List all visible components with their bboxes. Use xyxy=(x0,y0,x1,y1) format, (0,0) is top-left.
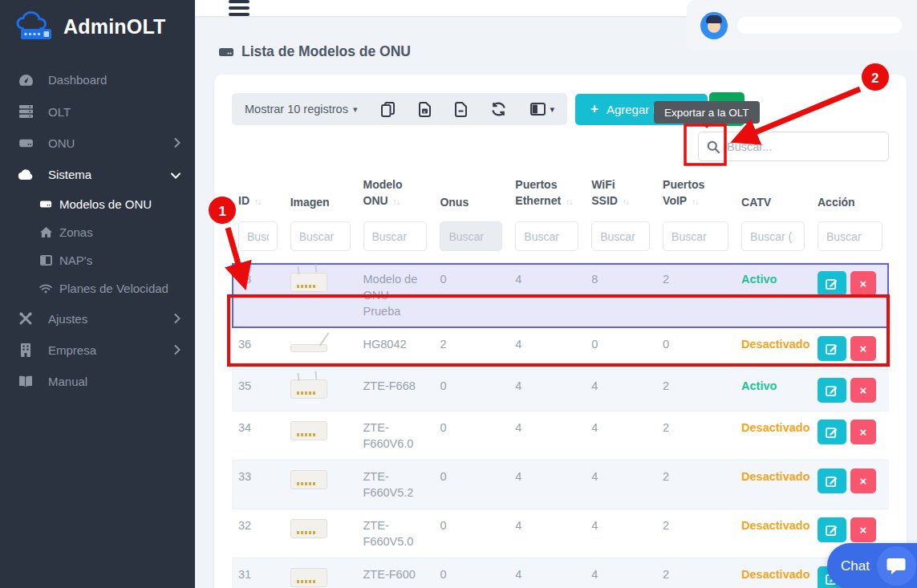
onu-thumbnail-image xyxy=(290,568,327,587)
filter-input-catv[interactable] xyxy=(741,221,805,251)
cloud-icon xyxy=(16,169,35,180)
column-header-puertos-voip[interactable]: Puertos VoIP↑↓ xyxy=(656,173,735,218)
sidebar-item-sistema[interactable]: Sistema xyxy=(0,159,195,190)
cell-catv-status: Activo xyxy=(735,370,811,412)
page-title-text: Lista de Modelos de ONU xyxy=(241,43,411,60)
home-icon xyxy=(39,227,53,238)
sort-icon[interactable]: ↑↓ xyxy=(393,197,400,206)
models-table-wrap: ID↑↓ Imagen Modelo ONU↑↓ Onus Puertos Et… xyxy=(232,173,889,588)
delete-button[interactable]: × xyxy=(850,517,876,542)
length-menu-dropdown[interactable]: Mostrar 10 registros▾ xyxy=(245,103,357,116)
cell-imagen xyxy=(284,558,357,588)
hamburger-menu-icon[interactable] xyxy=(229,0,250,16)
table-row[interactable]: 33 ZTE-F660V5.2 0 4 4 2 Desactivado xyxy=(232,460,889,509)
file-export-button[interactable] xyxy=(455,102,467,117)
sidebar-item-empresa[interactable]: Empresa xyxy=(0,335,195,366)
table-row[interactable]: 31 ZTE-F600 0 4 4 2 Desactivado xyxy=(232,558,889,588)
sidebar-nav: Dashboard OLT ONU xyxy=(0,64,195,397)
cell-modelo: ZTE-F660V5.2 xyxy=(357,460,434,509)
sidebar-item-manual[interactable]: Manual xyxy=(0,366,195,397)
table-row[interactable]: 38 Modelo de ONU Prueba 0 4 8 2 Activo xyxy=(232,263,889,328)
filter-input-id[interactable] xyxy=(238,221,278,251)
edit-button[interactable] xyxy=(818,468,846,493)
table-row[interactable]: 32 ZTE-F660V5.0 0 4 4 2 Desactivado xyxy=(232,509,889,558)
column-header-onus: Onus xyxy=(433,173,509,218)
cell-ethernet: 4 xyxy=(509,370,585,412)
table-row[interactable]: 36 HG8042 2 4 0 0 Desactivado xyxy=(232,328,889,370)
cell-onus: 0 xyxy=(433,263,509,328)
cell-wifi: 4 xyxy=(585,370,656,412)
cell-voip: 2 xyxy=(656,412,735,460)
column-header-puertos-ethernet[interactable]: Puertos Ethernet↑↓ xyxy=(509,173,585,218)
onu-thumbnail-image xyxy=(290,379,327,399)
cell-id: 32 xyxy=(232,509,284,558)
column-visibility-button[interactable]: ▾ xyxy=(530,103,554,116)
search-input[interactable] xyxy=(727,140,880,153)
user-panel[interactable] xyxy=(687,0,917,51)
delete-button[interactable]: × xyxy=(850,468,876,493)
cell-onus: 2 xyxy=(433,328,509,370)
brand-logo[interactable]: AdminOLT xyxy=(0,0,195,53)
sidebar-item-olt[interactable]: OLT xyxy=(0,95,195,128)
sidebar-item-planes-de-velocidad[interactable]: Planes de Velocidad xyxy=(0,274,195,302)
edit-button[interactable] xyxy=(818,271,846,296)
brand-name: AdminOLT xyxy=(63,15,166,39)
cell-accion: × xyxy=(811,328,889,370)
column-header-modelo-onu[interactable]: Modelo ONU↑↓ xyxy=(357,173,434,218)
sidebar-item-onu[interactable]: ONU xyxy=(0,128,195,159)
edit-button[interactable] xyxy=(818,517,846,542)
cell-onus: 0 xyxy=(433,509,509,558)
sort-icon[interactable]: ↑↓ xyxy=(566,197,572,206)
sidebar-item-naps[interactable]: NAP's xyxy=(0,246,195,274)
edit-button[interactable] xyxy=(818,378,846,403)
filter-input-imagen[interactable] xyxy=(290,221,351,251)
sidebar-item-zonas[interactable]: Zonas xyxy=(0,218,195,246)
column-header-id[interactable]: ID↑↓ xyxy=(232,173,284,218)
filter-input-accion[interactable] xyxy=(818,221,883,251)
filter-input-modelo[interactable] xyxy=(363,221,428,251)
table-toolbar: Mostrar 10 registros▾ x xyxy=(232,92,889,126)
delete-button[interactable]: × xyxy=(850,420,876,444)
sidebar-item-ajustes[interactable]: Ajustes xyxy=(0,302,195,335)
edit-button[interactable] xyxy=(818,336,846,361)
sort-icon[interactable]: ↑↓ xyxy=(623,197,629,206)
cell-wifi: 4 xyxy=(585,558,656,588)
chevron-right-icon xyxy=(174,343,181,357)
delete-button[interactable]: × xyxy=(850,378,876,403)
delete-button[interactable]: × xyxy=(850,271,876,296)
table-row[interactable]: 34 ZTE-F660V6.0 0 4 4 2 Desactivado xyxy=(232,412,889,460)
excel-export-button[interactable]: x xyxy=(419,102,431,117)
avatar[interactable] xyxy=(700,12,728,39)
cell-onus: 0 xyxy=(433,412,509,460)
sidebar-item-modelos-de-onu[interactable]: Modelos de ONU xyxy=(0,190,195,218)
filter-input-wifi[interactable] xyxy=(591,221,650,251)
delete-button[interactable]: × xyxy=(850,336,876,361)
refresh-button[interactable] xyxy=(491,102,506,116)
cell-modelo: ZTE-F600 xyxy=(357,558,434,588)
caret-down-icon: ▾ xyxy=(550,104,554,115)
column-header-wifi-ssid[interactable]: WiFi SSID↑↓ xyxy=(585,173,656,218)
server-stack-icon xyxy=(16,104,35,119)
cell-modelo: HG8042 xyxy=(357,328,434,370)
sidebar-item-dashboard[interactable]: Dashboard xyxy=(0,64,195,95)
column-header-imagen: Imagen xyxy=(284,173,357,218)
cell-voip: 2 xyxy=(656,460,735,509)
sort-icon[interactable]: ↑↓ xyxy=(254,197,261,206)
edit-button[interactable] xyxy=(818,420,846,444)
chat-widget-button[interactable]: Chat xyxy=(827,543,917,588)
cell-ethernet: 4 xyxy=(509,509,585,558)
cell-imagen xyxy=(284,460,357,509)
filter-input-voip[interactable] xyxy=(663,221,728,251)
search-box[interactable] xyxy=(698,132,889,161)
sort-icon[interactable]: ↑↓ xyxy=(692,197,698,206)
sidebar-item-label: OLT xyxy=(48,105,71,119)
cell-id: 33 xyxy=(232,460,284,509)
cell-modelo: Modelo de ONU Prueba xyxy=(357,263,434,328)
onu-thumbnail-image xyxy=(290,273,327,292)
onu-device-icon xyxy=(16,138,35,148)
table-row[interactable]: 35 ZTE-F668 0 4 4 2 Activo xyxy=(232,370,889,412)
copy-button[interactable] xyxy=(381,102,395,117)
chevron-right-icon xyxy=(174,136,181,150)
filter-input-ethernet[interactable] xyxy=(515,221,578,251)
cell-imagen xyxy=(284,263,357,328)
